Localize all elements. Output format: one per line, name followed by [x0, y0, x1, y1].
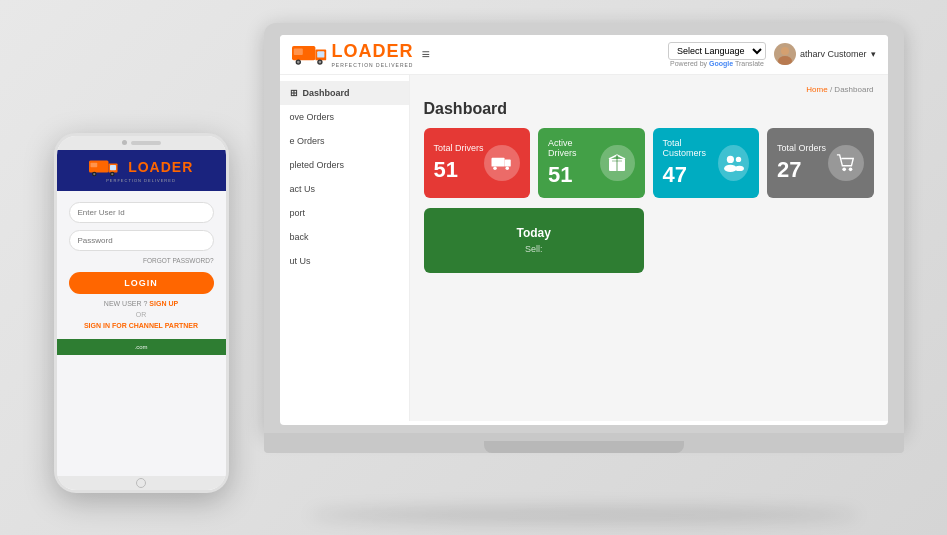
mobile-footer: .com — [57, 339, 226, 355]
svg-point-8 — [781, 47, 789, 55]
svg-rect-30 — [90, 162, 97, 167]
stat-value: 51 — [548, 162, 600, 188]
svg-point-9 — [778, 56, 792, 65]
stat-label: Total Drivers — [434, 143, 484, 153]
stat-icon-customers — [718, 145, 749, 181]
laptop: LOADER PERFECTION DELIVERED ≡ Select Lan… — [264, 23, 904, 483]
mobile-header: LOADER PERFECTION DELIVERED — [57, 150, 226, 191]
mobile-footer-text: .com — [134, 344, 147, 350]
svg-point-27 — [93, 172, 95, 174]
svg-rect-25 — [110, 165, 116, 170]
sidebar-item-orders[interactable]: e Orders — [280, 129, 409, 153]
breadcrumb: Home / Dashboard — [424, 85, 874, 94]
svg-point-19 — [724, 164, 737, 171]
svg-point-6 — [318, 61, 321, 64]
dashboard-icon: ⊞ — [290, 88, 298, 98]
today-subtitle: Sell: — [525, 244, 543, 254]
stat-card-active-drivers: Active Drivers 51 — [538, 128, 645, 198]
svg-point-17 — [726, 155, 733, 162]
laptop-base — [264, 433, 904, 453]
sidebar-item-label: back — [290, 232, 309, 242]
breadcrumb-current: Dashboard — [834, 85, 873, 94]
user-avatar — [774, 43, 796, 65]
mobile-logo-subtitle: PERFECTION DELIVERED — [89, 178, 194, 183]
sidebar-item-label: Dashboard — [303, 88, 350, 98]
logo-text: LOADER — [332, 41, 414, 61]
mobile-logo-text: LOADER — [128, 159, 193, 175]
mobile-form: FORGOT PASSWORD? LOGIN NEW USER ? SIGN U… — [57, 191, 226, 339]
phone-home-circle[interactable] — [136, 478, 146, 488]
powered-by: Powered by Google Translate — [668, 60, 766, 67]
login-button[interactable]: LOGIN — [69, 272, 214, 294]
sidebar-item-label: e Orders — [290, 136, 325, 146]
svg-rect-10 — [492, 157, 505, 166]
main-content: Home / Dashboard Dashboard Total Drivers — [410, 75, 888, 421]
stat-label: Total Customers — [663, 138, 719, 158]
user-chevron: ▾ — [871, 49, 876, 59]
svg-point-13 — [506, 166, 510, 170]
sidebar-item-approve-orders[interactable]: ove Orders — [280, 105, 409, 129]
stat-icon-truck — [484, 145, 520, 181]
sidebar-item-contact[interactable]: act Us — [280, 177, 409, 201]
svg-point-21 — [842, 167, 846, 171]
password-input[interactable] — [69, 230, 214, 251]
app-body: ⊞ Dashboard ove Orders e Orders pleted O… — [280, 75, 888, 421]
or-divider: OR — [69, 311, 214, 318]
mobile-phone: LOADER PERFECTION DELIVERED FORGOT PASSW… — [54, 133, 229, 493]
stat-value: 51 — [434, 157, 484, 183]
stat-value: 47 — [663, 162, 719, 188]
page-title: Dashboard — [424, 100, 874, 118]
sidebar-item-label: pleted Orders — [290, 160, 345, 170]
app-logo: LOADER PERFECTION DELIVERED — [292, 41, 414, 68]
svg-point-22 — [848, 167, 852, 171]
svg-rect-2 — [317, 51, 324, 57]
sidebar-item-about[interactable]: ut Us — [280, 249, 409, 273]
hamburger-icon[interactable]: ≡ — [422, 46, 430, 62]
phone-screen: LOADER PERFECTION DELIVERED FORGOT PASSW… — [57, 150, 226, 476]
stat-icon-cart — [828, 145, 864, 181]
stat-label: Active Drivers — [548, 138, 600, 158]
language-select[interactable]: Select Language — [668, 42, 766, 60]
breadcrumb-home[interactable]: Home — [806, 85, 827, 94]
header-right: Select Language Powered by Google Transl… — [668, 42, 876, 67]
today-title: Today — [517, 226, 551, 240]
laptop-screen: LOADER PERFECTION DELIVERED ≡ Select Lan… — [264, 23, 904, 433]
svg-point-20 — [734, 165, 743, 170]
today-card: Today Sell: — [424, 208, 645, 273]
sidebar-item-completed-orders[interactable]: pleted Orders — [280, 153, 409, 177]
sidebar-item-dashboard[interactable]: ⊞ Dashboard — [280, 81, 409, 105]
stats-grid: Total Drivers 51 — [424, 128, 874, 198]
sidebar-item-label: ut Us — [290, 256, 311, 266]
svg-point-4 — [296, 61, 299, 64]
phone-speaker — [131, 141, 161, 145]
laptop-shadow — [309, 507, 859, 523]
signup-link[interactable]: SIGN UP — [149, 300, 178, 307]
new-user-text: NEW USER ? SIGN UP — [69, 300, 214, 307]
svg-point-29 — [111, 172, 113, 174]
sidebar: ⊞ Dashboard ove Orders e Orders pleted O… — [280, 75, 410, 421]
phone-camera — [122, 140, 127, 145]
svg-rect-7 — [293, 49, 302, 55]
forgot-password-link[interactable]: FORGOT PASSWORD? — [69, 257, 214, 264]
sidebar-item-label: act Us — [290, 184, 316, 194]
svg-point-18 — [735, 156, 740, 161]
sidebar-item-feedback[interactable]: back — [280, 225, 409, 249]
stat-card-total-customers: Total Customers 47 — [653, 128, 760, 198]
logo-subtitle: PERFECTION DELIVERED — [332, 62, 414, 68]
svg-rect-11 — [505, 159, 511, 166]
user-id-input[interactable] — [69, 202, 214, 223]
svg-point-12 — [493, 166, 497, 170]
app-header: LOADER PERFECTION DELIVERED ≡ Select Lan… — [280, 35, 888, 75]
phone-top-bar — [57, 136, 226, 150]
sidebar-item-label: port — [290, 208, 306, 218]
sidebar-item-label: ove Orders — [290, 112, 335, 122]
stat-card-total-drivers: Total Drivers 51 — [424, 128, 531, 198]
sidebar-item-report[interactable]: port — [280, 201, 409, 225]
stat-card-total-orders: Total Orders 27 — [767, 128, 874, 198]
user-name: atharv Customer — [800, 49, 867, 59]
phone-home-button-area — [57, 476, 226, 490]
channel-partner-link[interactable]: SIGN IN FOR CHANNEL PARTNER — [69, 322, 214, 329]
stat-label: Total Orders — [777, 143, 826, 153]
stat-value: 27 — [777, 157, 826, 183]
user-badge[interactable]: atharv Customer ▾ — [774, 43, 876, 65]
